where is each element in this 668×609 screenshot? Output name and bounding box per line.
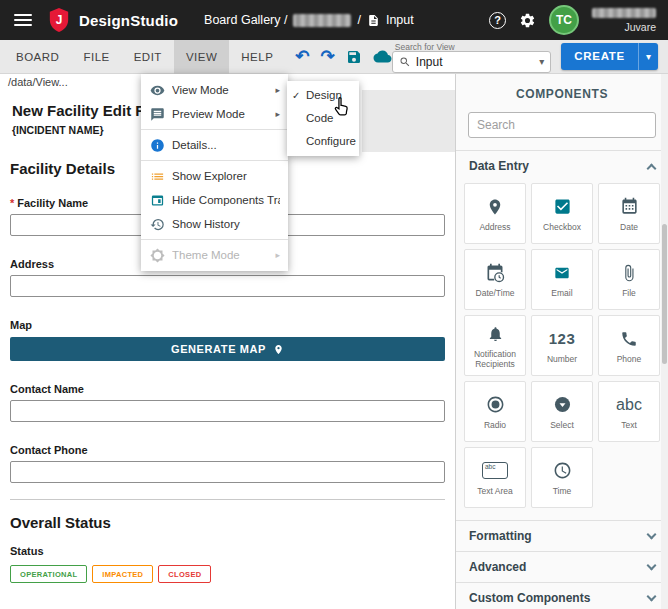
user-org: Juvare: [624, 21, 656, 33]
breadcrumb-gallery[interactable]: Board Gallery /: [204, 13, 287, 27]
field-contact-name: Contact Name: [10, 383, 445, 422]
view-mode-submenu: ✓ Design Code Configure: [287, 81, 359, 156]
menu-board[interactable]: BOARD: [4, 40, 71, 74]
submenu-arrow-icon: ▸: [275, 109, 280, 119]
view-search-box[interactable]: ▾: [392, 51, 551, 73]
search-icon: [399, 56, 411, 68]
component-time[interactable]: Time: [531, 447, 593, 508]
paperclip-icon: [620, 261, 638, 285]
contact-name-input[interactable]: [10, 400, 445, 422]
chevron-down-icon[interactable]: ▾: [539, 56, 544, 67]
component-label: Select: [550, 420, 574, 430]
menu-item-label: Show History: [172, 218, 280, 230]
menu-view[interactable]: VIEW: [174, 40, 229, 74]
component-text[interactable]: abc Text: [598, 381, 660, 442]
menu-item-theme-mode[interactable]: Theme Mode ▸: [141, 243, 288, 267]
component-phone[interactable]: Phone: [598, 315, 660, 376]
address-input[interactable]: [10, 275, 445, 297]
section-overall-status: Overall Status: [10, 514, 445, 531]
component-date[interactable]: Date: [598, 183, 660, 244]
submenu-code[interactable]: Code: [287, 107, 359, 130]
textarea-icon: abc: [482, 459, 508, 483]
menu-item-label: Hide Components Tray: [172, 194, 280, 206]
clock-icon: [553, 459, 572, 483]
generate-map-button[interactable]: GENERATE MAP: [10, 337, 445, 361]
location-pin-icon: [273, 343, 284, 356]
component-checkbox[interactable]: Checkbox: [531, 183, 593, 244]
component-radio[interactable]: Radio: [464, 381, 526, 442]
components-panel-title: COMPONENTS: [456, 87, 668, 102]
envelope-icon: [552, 261, 572, 285]
component-label: Time: [553, 486, 572, 496]
phone-icon: [620, 327, 638, 351]
component-label: Text Area: [477, 486, 512, 496]
submenu-item-label: Code: [306, 112, 334, 124]
tray-icon: [149, 193, 166, 208]
section-advanced[interactable]: Advanced: [456, 551, 668, 582]
user-avatar[interactable]: TC: [549, 5, 579, 35]
menu-item-hide-components-tray[interactable]: Hide Components Tray: [141, 188, 288, 212]
section-formatting[interactable]: Formatting: [456, 520, 668, 551]
contact-name-label: Contact Name: [10, 383, 445, 395]
scrollbar[interactable]: [661, 74, 668, 609]
menu-item-show-explorer[interactable]: Show Explorer: [141, 164, 288, 188]
chevron-up-icon: [647, 163, 657, 173]
component-address[interactable]: Address: [464, 183, 526, 244]
view-search-input[interactable]: [416, 55, 534, 69]
undo-icon[interactable]: ↶: [295, 48, 309, 65]
menu-edit[interactable]: EDIT: [122, 40, 174, 74]
redacted-user-name: [592, 8, 656, 18]
submenu-configure[interactable]: Configure: [287, 130, 359, 153]
create-dropdown-caret[interactable]: ▾: [639, 43, 658, 70]
menu-item-view-mode[interactable]: View Mode ▸: [141, 78, 288, 102]
status-chip-operational[interactable]: OPERATIONAL: [10, 565, 87, 583]
submenu-item-label: Design: [306, 89, 342, 101]
status-options: OPERATIONAL IMPACTED CLOSED: [10, 565, 445, 583]
menu-item-label: Show Explorer: [172, 170, 280, 182]
submenu-design[interactable]: ✓ Design: [287, 84, 359, 107]
breadcrumb: Board Gallery / / Input: [204, 13, 414, 27]
component-email[interactable]: Email: [531, 249, 593, 310]
component-file[interactable]: File: [598, 249, 660, 310]
create-button-label: CREATE: [561, 43, 638, 70]
section-custom-components[interactable]: Custom Components: [456, 582, 668, 609]
menu-item-label: Details...: [172, 139, 280, 151]
component-date-time[interactable]: Date/Time: [464, 249, 526, 310]
contact-phone-input[interactable]: [10, 461, 445, 483]
document-icon: [367, 14, 380, 27]
menu-item-show-history[interactable]: Show History: [141, 212, 288, 236]
cloud-upload-icon[interactable]: [373, 49, 392, 64]
map-label: Map: [10, 319, 445, 331]
menu-file[interactable]: FILE: [71, 40, 121, 74]
component-label: Phone: [617, 354, 642, 364]
redo-icon[interactable]: ↷: [321, 48, 335, 65]
component-number[interactable]: 123 Number: [531, 315, 593, 376]
component-label: Number: [547, 354, 577, 364]
component-select[interactable]: Select: [531, 381, 593, 442]
menu-item-preview-mode[interactable]: Preview Mode ▸: [141, 102, 288, 126]
history-clock-icon: [149, 217, 166, 232]
status-chip-impacted[interactable]: IMPACTED: [92, 565, 153, 583]
component-label: Email: [551, 288, 572, 298]
component-text-area[interactable]: abc Text Area: [464, 447, 526, 508]
app-title: DesignStudio: [79, 12, 178, 29]
create-button[interactable]: CREATE ▾: [561, 43, 658, 70]
help-icon[interactable]: ?: [489, 12, 506, 29]
text-icon: abc: [616, 393, 642, 417]
status-chip-closed[interactable]: CLOSED: [158, 565, 211, 583]
menu-help[interactable]: HELP: [229, 40, 285, 74]
generate-map-label: GENERATE MAP: [171, 343, 266, 355]
components-search-input[interactable]: [468, 112, 656, 138]
component-label: File: [622, 288, 636, 298]
scrollbar-thumb[interactable]: [662, 224, 667, 364]
hamburger-menu-icon[interactable]: [14, 14, 32, 26]
component-notification-recipients[interactable]: Notification Recipients: [464, 315, 526, 376]
toolbar-icons: ↶ ↷: [295, 48, 392, 65]
section-data-entry[interactable]: Data Entry: [456, 150, 668, 181]
menu-item-details[interactable]: Details...: [141, 133, 288, 157]
theme-icon: [149, 248, 166, 263]
settings-gear-icon[interactable]: [519, 12, 536, 29]
submenu-item-label: Configure: [306, 135, 356, 147]
component-label: Date/Time: [476, 288, 515, 298]
save-icon[interactable]: [346, 49, 362, 65]
